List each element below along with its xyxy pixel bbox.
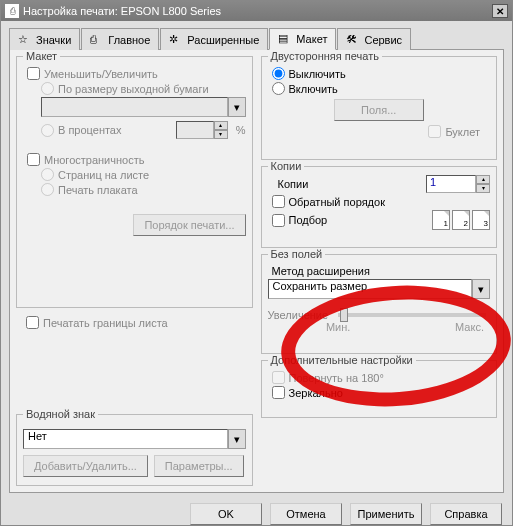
- expansion-method-select[interactable]: Сохранить размер▾: [268, 279, 491, 299]
- spin-up-icon[interactable]: ▴: [476, 175, 490, 184]
- left-column: Макет Уменьшить/Увеличить По размеру вых…: [16, 56, 253, 486]
- chevron-down-icon[interactable]: ▾: [472, 279, 490, 299]
- apply-button[interactable]: Применить: [350, 503, 422, 525]
- collate-preview-icon: 123: [432, 210, 490, 230]
- poster-radio[interactable]: Печать плаката: [23, 183, 246, 196]
- rotate-180-checkbox[interactable]: Повернуть на 180°: [268, 371, 491, 384]
- expansion-method-label: Метод расширения: [268, 263, 491, 279]
- fit-output-radio[interactable]: По размеру выходной бумаги: [23, 82, 246, 95]
- titlebar[interactable]: ⎙ Настройка печати: EPSON L800 Series ✕: [1, 1, 512, 21]
- cancel-button[interactable]: Отмена: [270, 503, 342, 525]
- watermark-legend: Водяной знак: [23, 408, 98, 420]
- watermark-group: Водяной знак Нет▾ Добавить/Удалить...Пар…: [16, 414, 253, 486]
- extras-group: Дополнительные настройки Повернуть на 18…: [261, 360, 498, 418]
- pages-per-sheet-radio[interactable]: Страниц на листе: [23, 168, 246, 181]
- percent-radio[interactable]: В процентах ▴▾ %: [23, 121, 246, 139]
- tab-icons[interactable]: ☆Значки: [9, 28, 80, 50]
- gear-icon: ✲: [169, 33, 183, 47]
- duplex-on-radio[interactable]: Включить: [268, 82, 491, 95]
- spin-down-icon[interactable]: ▾: [214, 130, 228, 139]
- borderless-legend: Без полей: [268, 248, 326, 260]
- ok-button[interactable]: OK: [190, 503, 262, 525]
- tab-advanced[interactable]: ✲Расширенные: [160, 28, 268, 50]
- duplex-legend: Двусторонняя печать: [268, 50, 382, 62]
- margins-button: Поля...: [334, 99, 424, 121]
- layout-legend: Макет: [23, 50, 60, 62]
- mirror-checkbox[interactable]: Зеркально: [268, 386, 491, 399]
- duplex-group: Двусторонняя печать Выключить Включить П…: [261, 56, 498, 160]
- app-icon: ⎙: [5, 4, 19, 18]
- copies-input[interactable]: 1▴▾: [426, 175, 490, 193]
- tab-main[interactable]: ⎙Главное: [81, 28, 159, 50]
- spin-up-icon[interactable]: ▴: [214, 121, 228, 130]
- reduce-enlarge-checkbox[interactable]: Уменьшить/Увеличить: [23, 67, 246, 80]
- watermark-select[interactable]: Нет▾: [23, 429, 246, 449]
- print-borders-checkbox[interactable]: Печатать границы листа: [22, 316, 253, 329]
- booklet-checkbox[interactable]: Буклет: [268, 125, 491, 138]
- slider-thumb[interactable]: [340, 308, 348, 322]
- layout-icon: ▤: [278, 32, 292, 46]
- percent-input: [176, 121, 214, 139]
- wrench-icon: 🛠: [346, 33, 360, 47]
- copies-legend: Копии: [268, 160, 305, 172]
- watermark-add-delete-button: Добавить/Удалить...: [23, 455, 148, 477]
- collate-checkbox[interactable]: Подбор: [268, 214, 328, 227]
- tab-bar: ☆Значки ⎙Главное ✲Расширенные ▤Макет 🛠Се…: [9, 27, 504, 49]
- dialog-buttons: OK Отмена Применить Справка: [1, 497, 512, 526]
- printer-icon: ⎙: [90, 33, 104, 47]
- tab-service[interactable]: 🛠Сервис: [337, 28, 411, 50]
- print-order-button: Порядок печати...: [133, 214, 245, 236]
- chevron-down-icon[interactable]: ▾: [228, 97, 246, 117]
- help-button[interactable]: Справка: [430, 503, 502, 525]
- tab-panel: Макет Уменьшить/Увеличить По размеру вых…: [9, 49, 504, 493]
- star-icon: ☆: [18, 33, 32, 47]
- copies-group: Копии Копии 1▴▾ Обратный порядок Подбор …: [261, 166, 498, 248]
- duplex-off-radio[interactable]: Выключить: [268, 67, 491, 80]
- reverse-order-checkbox[interactable]: Обратный порядок: [268, 195, 491, 208]
- print-settings-window: ⎙ Настройка печати: EPSON L800 Series ✕ …: [0, 0, 513, 526]
- window-title: Настройка печати: EPSON L800 Series: [23, 5, 492, 17]
- right-column: Двусторонняя печать Выключить Включить П…: [261, 56, 498, 486]
- output-size-select[interactable]: ▾: [23, 97, 246, 117]
- borderless-group: Без полей Метод расширения Сохранить раз…: [261, 254, 498, 354]
- watermark-params-button: Параметры...: [154, 455, 244, 477]
- close-button[interactable]: ✕: [492, 4, 508, 18]
- multipage-checkbox[interactable]: Многостраничность: [23, 153, 246, 166]
- layout-group: Макет Уменьшить/Увеличить По размеру вых…: [16, 56, 253, 308]
- tab-layout[interactable]: ▤Макет: [269, 28, 336, 50]
- chevron-down-icon[interactable]: ▾: [228, 429, 246, 449]
- spin-down-icon[interactable]: ▾: [476, 184, 490, 193]
- extras-legend: Дополнительные настройки: [268, 354, 416, 366]
- enlargement-slider[interactable]: [338, 313, 486, 317]
